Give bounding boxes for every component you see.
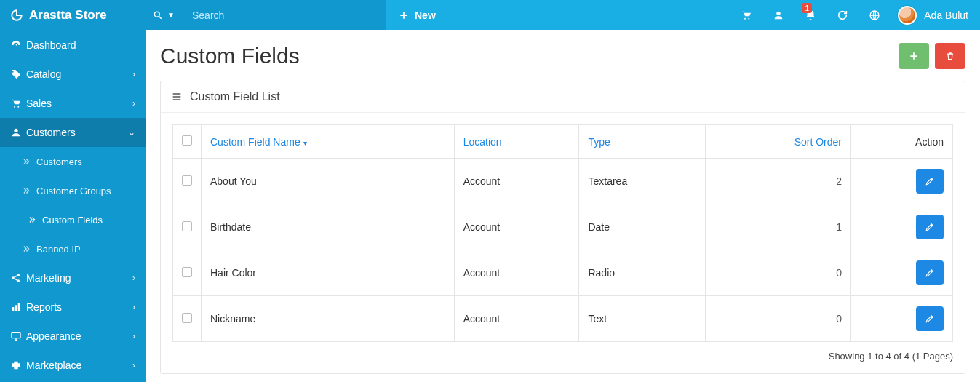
puzzle-icon xyxy=(10,359,26,371)
monitor-icon xyxy=(10,330,26,342)
pencil-icon xyxy=(925,314,935,324)
pencil-icon xyxy=(925,268,935,278)
svg-point-13 xyxy=(777,11,781,15)
sidebar-item-label: Marketing xyxy=(26,272,71,284)
th-name[interactable]: Custom Field Name▾ xyxy=(202,125,455,159)
sidebar-item-reports[interactable]: Reports › xyxy=(0,293,146,322)
dashboard-icon xyxy=(10,39,26,51)
sidebar-item-label: Appearance xyxy=(26,330,81,342)
search-icon xyxy=(153,10,163,20)
custom-fields-table: Custom Field Name▾ Location Type Sort Or… xyxy=(172,124,953,342)
plus-icon xyxy=(399,10,409,20)
table-row: About YouAccountTextarea2 xyxy=(173,159,953,204)
trash-icon xyxy=(945,51,955,61)
globe-button[interactable] xyxy=(859,0,891,30)
main: ▼ New 1 xyxy=(146,0,980,382)
th-location[interactable]: Location xyxy=(454,125,579,159)
sidebar-item-label: Catalog xyxy=(26,68,61,80)
row-checkbox[interactable] xyxy=(182,221,192,231)
cell-type: Textarea xyxy=(579,159,706,204)
search-input[interactable] xyxy=(182,0,386,30)
chevron-right-icon: › xyxy=(132,98,135,108)
share-icon xyxy=(10,272,26,284)
caret-down-icon: ▼ xyxy=(167,11,175,19)
user-menu-button[interactable] xyxy=(762,0,794,30)
subnav-item-banned-ip[interactable]: Banned IP xyxy=(0,234,146,263)
sidebar-item-label: Customers xyxy=(26,127,76,138)
subnav-item-custom-fields[interactable]: Custom Fields xyxy=(0,205,146,234)
brand[interactable]: Arastta Store xyxy=(0,0,146,31)
nav: Dashboard Catalog › Sales › Customers ⌄ xyxy=(0,31,146,380)
th-sort-order[interactable]: Sort Order xyxy=(706,125,851,159)
cell-type: Text xyxy=(579,296,706,342)
panel: Custom Field List Custom Field Name▾ Loc… xyxy=(160,81,965,374)
th-action: Action xyxy=(851,125,953,159)
delete-button[interactable] xyxy=(935,43,965,69)
table-row: BirthdateAccountDate1 xyxy=(173,204,953,250)
user-profile[interactable]: Ada Bulut xyxy=(891,0,980,30)
avatar xyxy=(898,6,917,25)
panel-head: Custom Field List xyxy=(161,81,965,113)
sidebar-item-marketplace[interactable]: Marketplace › xyxy=(0,351,146,380)
chevron-down-icon: ⌄ xyxy=(128,127,135,138)
refresh-button[interactable] xyxy=(826,0,859,30)
user-icon xyxy=(10,127,26,138)
row-checkbox[interactable] xyxy=(182,313,192,323)
cart-icon xyxy=(741,9,752,21)
content: Custom Fields Custom Field List xyxy=(146,30,980,382)
sidebar-item-label: Sales xyxy=(26,98,52,109)
row-checkbox[interactable] xyxy=(182,267,192,277)
chevron-right-icon: › xyxy=(132,273,135,283)
new-button[interactable]: New xyxy=(386,0,449,30)
row-checkbox[interactable] xyxy=(182,175,192,186)
new-label: New xyxy=(415,9,436,21)
pencil-icon xyxy=(925,222,935,232)
svg-point-0 xyxy=(14,106,15,108)
cell-type: Radio xyxy=(579,250,706,296)
search-toggle[interactable]: ▼ xyxy=(146,0,182,30)
svg-rect-6 xyxy=(12,307,15,311)
add-button[interactable] xyxy=(899,43,929,69)
sidebar-item-label: Dashboard xyxy=(26,39,76,51)
sidebar-item-catalog[interactable]: Catalog › xyxy=(0,60,146,89)
th-type[interactable]: Type xyxy=(579,125,706,159)
edit-button[interactable] xyxy=(916,215,944,239)
sidebar-item-marketing[interactable]: Marketing › xyxy=(0,263,146,293)
cell-name: Birthdate xyxy=(202,204,455,250)
list-icon xyxy=(171,91,183,103)
sidebar-item-sales[interactable]: Sales › xyxy=(0,89,146,118)
page-title: Custom Fields xyxy=(160,44,300,68)
user-icon xyxy=(773,9,784,21)
svg-point-12 xyxy=(749,17,750,19)
sort-desc-icon: ▾ xyxy=(303,139,307,147)
select-all-checkbox[interactable] xyxy=(182,135,192,146)
subnav-label: Customers xyxy=(36,156,82,167)
cell-location: Account xyxy=(454,250,579,296)
cell-name: Hair Color xyxy=(202,250,455,296)
tag-icon xyxy=(10,68,26,80)
sidebar: Arastta Store Dashboard Catalog › Sales … xyxy=(0,0,146,382)
globe-icon xyxy=(869,9,880,21)
subnav-item-customer-groups[interactable]: Customer Groups xyxy=(0,176,146,205)
svg-rect-8 xyxy=(18,303,20,311)
svg-point-10 xyxy=(154,12,159,17)
notifications-button[interactable]: 1 xyxy=(794,0,826,30)
sidebar-item-dashboard[interactable]: Dashboard xyxy=(0,31,146,60)
sidebar-item-label: Marketplace xyxy=(26,359,81,371)
svg-rect-9 xyxy=(12,333,20,338)
svg-point-11 xyxy=(744,17,746,19)
svg-rect-7 xyxy=(15,305,17,311)
sidebar-item-customers[interactable]: Customers ⌄ xyxy=(0,118,146,147)
subnav-item-customers[interactable]: Customers xyxy=(0,147,146,176)
pagination-info: Showing 1 to 4 of 4 (1 Pages) xyxy=(172,351,953,362)
cart-button[interactable] xyxy=(730,0,762,30)
th-select-all xyxy=(173,125,202,159)
cell-location: Account xyxy=(454,159,579,204)
edit-button[interactable] xyxy=(916,260,944,285)
subnav-label: Customer Groups xyxy=(36,186,111,196)
edit-button[interactable] xyxy=(916,169,944,194)
edit-button[interactable] xyxy=(916,306,944,331)
svg-point-1 xyxy=(17,106,19,108)
double-chevron-icon xyxy=(22,157,36,166)
sidebar-item-appearance[interactable]: Appearance › xyxy=(0,322,146,351)
